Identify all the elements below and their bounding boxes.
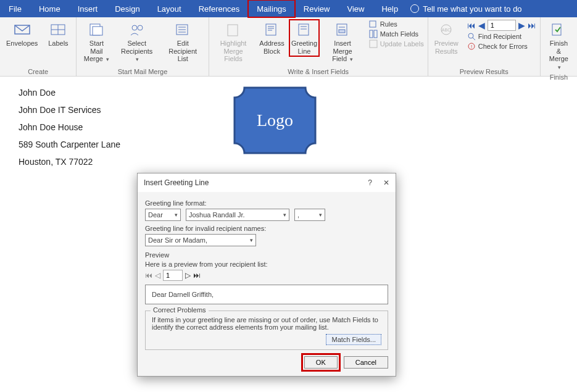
preview-prev-button[interactable]: ◁ — [155, 271, 160, 280]
dialog-close-button[interactable]: ✕ — [383, 178, 389, 187]
svg-rect-22 — [339, 30, 345, 33]
highlight-icon — [225, 21, 242, 38]
address-block-icon — [263, 21, 280, 38]
tab-mailings[interactable]: Mailings — [248, 0, 295, 17]
group-preview-results: ABC PreviewResults ⏮ ◀ ▶ ⏭ Find Recipien… — [428, 17, 541, 77]
tab-help[interactable]: Help — [373, 0, 407, 17]
dialog-body: Greeting line format: Dear Joshua Randal… — [138, 192, 396, 376]
edit-recipient-list-label: EditRecipient List — [164, 40, 202, 63]
update-labels-button[interactable]: Update Labels — [369, 40, 424, 48]
svg-rect-33 — [552, 24, 561, 35]
name-format-select[interactable]: Joshua Randall Jr. — [186, 209, 289, 221]
match-fields-dialog-button[interactable]: Match Fields... — [326, 334, 381, 345]
format-label: Greeting line format: — [145, 199, 388, 207]
check-errors-button[interactable]: ! Check for Errors — [467, 42, 536, 51]
svg-rect-12 — [228, 25, 238, 36]
labels-button[interactable]: Labels — [44, 20, 72, 49]
svg-rect-13 — [266, 24, 276, 35]
mailmerge-icon — [88, 21, 105, 38]
find-recipient-button[interactable]: Find Recipient — [467, 32, 536, 41]
preview-results-icon: ABC — [438, 21, 455, 38]
correct-problems-group: Correct Problems If items in your greeti… — [145, 311, 388, 350]
invalid-label: Greeting line for invalid recipient name… — [145, 225, 388, 232]
group-write-label: Write & Insert Fields — [213, 67, 424, 75]
tell-me-label: Tell me what you want to do — [423, 4, 521, 14]
svg-rect-17 — [299, 24, 309, 35]
preview-small-stack: ⏮ ◀ ▶ ⏭ Find Recipient ! Check for — [467, 20, 536, 51]
preview-navigator: ⏮ ◁ ▷ ⏭ — [145, 270, 388, 281]
tab-layout[interactable]: Layout — [149, 0, 190, 17]
last-record-button[interactable]: ⏭ — [528, 20, 536, 30]
ribbon: Envelopes Labels Create Start MailMerge — [0, 17, 577, 77]
tab-home[interactable]: Home — [30, 0, 69, 17]
greeting-line-button[interactable]: GreetingLine — [289, 20, 318, 56]
group-write-insert: HighlightMerge Fields AddressBlock Greet… — [209, 17, 428, 77]
correct-problems-text: If items in your greeting line are missi… — [152, 316, 381, 331]
tab-references[interactable]: References — [190, 0, 248, 17]
envelope-icon — [14, 21, 31, 38]
punctuation-select[interactable]: , — [294, 209, 325, 221]
tab-review[interactable]: Review — [295, 0, 339, 17]
first-record-button[interactable]: ⏮ — [467, 20, 476, 30]
lightbulb-icon — [410, 4, 419, 13]
check-icon: ! — [467, 42, 476, 51]
ok-button[interactable]: OK — [304, 356, 338, 369]
preview-hint: Here is a preview from your recipient li… — [145, 261, 388, 268]
doc-line-5: Houston, TX 77022 — [19, 157, 558, 167]
svg-point-7 — [138, 25, 143, 30]
next-record-button[interactable]: ▶ — [518, 20, 525, 30]
start-mail-merge-label: Start MailMerge — [83, 40, 110, 63]
insert-merge-field-icon — [334, 21, 351, 38]
labels-label: Labels — [48, 40, 68, 48]
logo-shape: Logo — [233, 86, 317, 154]
svg-rect-25 — [374, 30, 377, 38]
greeting-word-select[interactable]: Dear — [145, 209, 181, 221]
svg-rect-23 — [370, 21, 376, 27]
tell-me-search[interactable]: Tell me what you want to do — [410, 0, 521, 17]
check-errors-label: Check for Errors — [478, 43, 528, 50]
finish-merge-label: Finish &Merge — [547, 40, 571, 71]
tab-view[interactable]: View — [338, 0, 373, 17]
preview-first-button[interactable]: ⏮ — [145, 271, 152, 280]
highlight-merge-fields-label: HighlightMerge Fields — [215, 40, 252, 63]
preview-results-button[interactable]: ABC PreviewResults — [432, 20, 461, 56]
prev-record-button[interactable]: ◀ — [478, 20, 485, 30]
cancel-button[interactable]: Cancel — [344, 356, 388, 369]
preview-last-button[interactable]: ⏭ — [193, 271, 201, 280]
insert-merge-field-button[interactable]: Insert MergeField — [323, 20, 363, 64]
group-startmm-label: Start Mail Merge — [80, 67, 204, 75]
record-number-input[interactable] — [488, 20, 516, 31]
svg-point-29 — [468, 33, 473, 38]
greeting-line-label: GreetingLine — [291, 40, 317, 55]
tab-design[interactable]: Design — [106, 0, 148, 17]
match-fields-button[interactable]: Match Fields — [369, 30, 424, 38]
svg-line-30 — [473, 38, 475, 40]
insert-greeting-line-dialog: Insert Greeting Line ? ✕ Greeting line f… — [137, 173, 396, 377]
start-mail-merge-button[interactable]: Start MailMerge — [80, 20, 112, 64]
tab-file[interactable]: File — [0, 0, 30, 17]
address-block-button[interactable]: AddressBlock — [257, 20, 286, 56]
update-labels-icon — [369, 40, 378, 48]
select-recipients-button[interactable]: SelectRecipients — [117, 20, 157, 64]
envelopes-button[interactable]: Envelopes — [4, 20, 40, 49]
menu-bar: File Home Insert Design Layout Reference… — [0, 0, 577, 17]
svg-rect-24 — [370, 30, 373, 38]
preview-text: Dear Darnell Griffith, — [152, 291, 214, 298]
preview-index-input[interactable] — [163, 270, 183, 281]
rules-button[interactable]: Rules — [369, 20, 424, 28]
highlight-merge-fields-button[interactable]: HighlightMerge Fields — [213, 20, 254, 64]
svg-rect-26 — [370, 40, 377, 48]
match-fields-label: Match Fields — [380, 30, 418, 38]
match-fields-icon — [369, 30, 378, 38]
tab-insert[interactable]: Insert — [69, 0, 107, 17]
svg-text:!: ! — [471, 44, 472, 49]
invalid-greeting-select[interactable]: Dear Sir or Madam, — [145, 234, 256, 246]
update-labels-label: Update Labels — [380, 40, 424, 48]
preview-next-button[interactable]: ▷ — [185, 271, 191, 280]
dialog-help-button[interactable]: ? — [368, 178, 372, 187]
edit-recipient-list-button[interactable]: EditRecipient List — [161, 20, 205, 64]
select-recipients-label: SelectRecipients — [119, 40, 155, 63]
finish-merge-button[interactable]: Finish &Merge — [544, 20, 573, 72]
svg-point-6 — [132, 25, 137, 30]
finish-icon — [550, 21, 567, 38]
